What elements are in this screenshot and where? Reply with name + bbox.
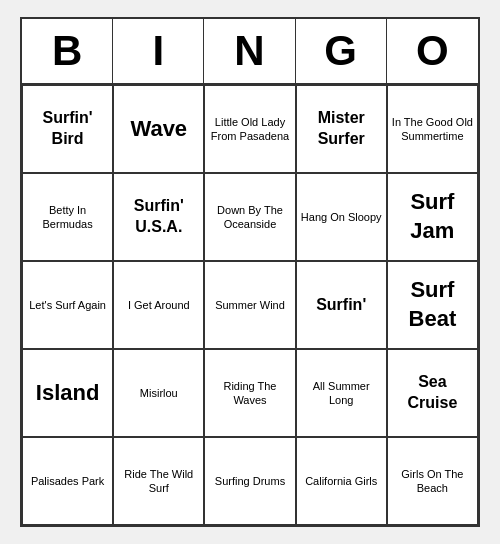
bingo-cell-11: I Get Around [113,261,204,349]
bingo-letter-o: O [387,19,478,83]
bingo-cell-23: California Girls [296,437,387,525]
bingo-cell-10: Let's Surf Again [22,261,113,349]
bingo-letter-i: I [113,19,204,83]
bingo-cell-15: Island [22,349,113,437]
bingo-cell-2: Little Old Lady From Pasadena [204,85,295,173]
bingo-cell-1: Wave [113,85,204,173]
bingo-cell-19: Sea Cruise [387,349,478,437]
bingo-cell-4: In The Good Old Summertime [387,85,478,173]
bingo-cell-24: Girls On The Beach [387,437,478,525]
bingo-cell-13: Surfin' [296,261,387,349]
bingo-cell-6: Surfin' U.S.A. [113,173,204,261]
bingo-cell-18: All Summer Long [296,349,387,437]
bingo-cell-3: Mister Surfer [296,85,387,173]
bingo-cell-12: Summer Wind [204,261,295,349]
bingo-cell-22: Surfing Drums [204,437,295,525]
bingo-letter-g: G [296,19,387,83]
bingo-letter-n: N [204,19,295,83]
bingo-grid: Surfin' BirdWaveLittle Old Lady From Pas… [22,85,478,525]
bingo-cell-5: Betty In Bermudas [22,173,113,261]
bingo-card: BINGO Surfin' BirdWaveLittle Old Lady Fr… [20,17,480,527]
bingo-cell-14: Surf Beat [387,261,478,349]
bingo-header: BINGO [22,19,478,85]
bingo-letter-b: B [22,19,113,83]
bingo-cell-17: Riding The Waves [204,349,295,437]
bingo-cell-20: Palisades Park [22,437,113,525]
bingo-cell-9: Surf Jam [387,173,478,261]
bingo-cell-7: Down By The Oceanside [204,173,295,261]
bingo-cell-16: Misirlou [113,349,204,437]
bingo-cell-21: Ride The Wild Surf [113,437,204,525]
bingo-cell-8: Hang On Sloopy [296,173,387,261]
bingo-cell-0: Surfin' Bird [22,85,113,173]
